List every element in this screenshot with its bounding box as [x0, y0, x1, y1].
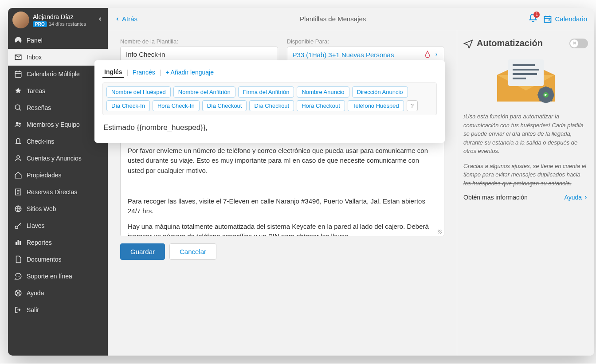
sidebar-item-reports[interactable]: Reportes [8, 234, 108, 251]
automation-toggle[interactable]: ✕ [569, 39, 588, 48]
sidebar-item-label: Llaves [27, 222, 44, 229]
sidebar-item-label: Propiedades [27, 172, 62, 179]
sidebar-item-label: Tareas [27, 87, 45, 94]
collapse-sidebar-icon[interactable] [97, 16, 103, 24]
svg-point-3 [19, 123, 21, 125]
header: Atrás Plantillas de Mensajes 1 Calendari… [108, 8, 594, 30]
chip-checkin-time[interactable]: Hora Check-In [153, 100, 200, 111]
calendar-label: Calendario [555, 15, 587, 23]
body-para: Hay una máquina totalmente automatizada … [128, 222, 437, 237]
chevron-right-icon [434, 52, 439, 57]
page-title: Plantillas de Mensajes [137, 15, 528, 23]
automation-info-2: Gracias a algunos ajustes, se tiene en c… [463, 162, 588, 188]
svg-rect-8 [16, 242, 17, 246]
user-name: Alejandra Díaz [33, 13, 94, 20]
svg-point-17 [549, 19, 550, 20]
svg-point-12 [18, 276, 19, 277]
back-button[interactable]: Atrás [115, 15, 137, 23]
template-name-input[interactable]: Info Check-in [120, 47, 278, 62]
sidebar: Alejandra Díaz PRO 14 días restantes Pan… [8, 8, 108, 356]
svg-point-2 [16, 122, 19, 125]
sidebar-item-label: Calendario Múltiple [27, 70, 80, 78]
tab-english[interactable]: Inglés [102, 67, 124, 78]
chip-checkout-time[interactable]: Hora Checkout [297, 100, 345, 111]
svg-rect-0 [15, 71, 21, 78]
sidebar-item-label: Sitios Web [27, 205, 56, 212]
body-para: Por favor envíeme un número de teléfono … [128, 146, 437, 176]
sidebar-item-label: Documentos [27, 256, 62, 263]
user-block: Alejandra Díaz PRO 14 días restantes [8, 8, 108, 32]
chip-checkout-day[interactable]: Día Checkout [202, 100, 247, 111]
tab-french[interactable]: Francés [131, 67, 157, 78]
tab-add-language[interactable]: + Añadir lenguaje [164, 67, 216, 78]
chip-host-signature[interactable]: Firma del Anfitrión [238, 86, 294, 98]
sidebar-item-label: Reportes [27, 239, 52, 246]
avatar[interactable] [12, 12, 29, 28]
template-name-label: Nombre de la Plantilla: [120, 38, 278, 45]
chevron-right-icon [584, 195, 588, 200]
sidebar-item-multicalendar[interactable]: Calendario Múltiple [8, 66, 108, 82]
sidebar-item-label: Inbox [27, 54, 42, 61]
pro-badge: PRO [33, 21, 47, 27]
cancel-button[interactable]: Cancelar [169, 243, 216, 260]
sidebar-item-documents[interactable]: Documentos [8, 251, 108, 268]
sidebar-item-reviews[interactable]: Reseñas [8, 99, 108, 116]
notification-badge: 1 [533, 12, 540, 18]
chip-help[interactable]: ? [407, 100, 418, 111]
sidebar-item-label: Salir [27, 306, 39, 313]
sidebar-item-help[interactable]: Ayuda [8, 285, 108, 301]
svg-rect-18 [508, 59, 544, 86]
sidebar-item-support[interactable]: Soporte en línea [8, 268, 108, 285]
sidebar-item-panel[interactable]: Panel [8, 32, 108, 49]
envelope-illustration [463, 57, 588, 106]
svg-point-11 [16, 276, 17, 277]
calendar-button[interactable]: Calendario [543, 15, 587, 23]
svg-point-7 [15, 226, 18, 229]
more-info-label: Obtén mas información [463, 194, 528, 201]
svg-rect-9 [18, 240, 19, 245]
chip-checkin-day[interactable]: Día Check-In [106, 100, 150, 111]
body-para [128, 181, 437, 191]
chip-checkout-day-2[interactable]: Día Checkout [249, 100, 294, 111]
body-para: Para recoger las llaves, visite el 7-Ele… [128, 196, 437, 216]
user-sub: 14 días restantes [49, 21, 86, 27]
chip-guest-name[interactable]: Nombre del Huésped [106, 86, 171, 98]
svg-point-1 [15, 105, 20, 110]
sidebar-item-label: Reseñas [27, 104, 51, 111]
sidebar-item-checkins[interactable]: Check-ins [8, 133, 108, 150]
sidebar-item-team[interactable]: Miembros y Equipo [8, 116, 108, 133]
sidebar-item-inbox[interactable]: Inbox [8, 49, 108, 66]
back-label: Atrás [122, 15, 137, 23]
svg-point-13 [19, 276, 20, 277]
sidebar-item-label: Reservas Directas [27, 188, 77, 196]
airbnb-icon [423, 51, 431, 59]
sidebar-item-label: Soporte en línea [27, 273, 72, 280]
chip-guest-phone[interactable]: Teléfono Huésped [348, 100, 404, 111]
airplane-icon [463, 39, 473, 48]
save-button[interactable]: Guardar [120, 243, 165, 260]
sidebar-item-properties[interactable]: Propiedades [8, 167, 108, 184]
sidebar-item-label: Panel [27, 37, 43, 44]
message-preview[interactable]: Estimado {{nombre_huesped}}, [102, 121, 437, 134]
chip-listing-name[interactable]: Nombre Anuncio [297, 86, 349, 98]
sidebar-item-accounts[interactable]: Cuentas y Anuncios [8, 150, 108, 167]
resize-handle-icon[interactable] [438, 230, 442, 234]
language-variables-popover: Inglés | Francés | + Añadir lenguaje Nom… [94, 60, 445, 143]
sidebar-item-label: Check-ins [27, 138, 54, 145]
automation-info-1: ¡Usa esta función para automatizar la co… [463, 112, 588, 156]
sidebar-item-logout[interactable]: Salir [8, 301, 108, 318]
notifications-button[interactable]: 1 [528, 13, 538, 25]
svg-point-4 [17, 156, 20, 158]
sidebar-item-label: Cuentas y Anuncios [27, 155, 82, 162]
chip-listing-address[interactable]: Dirección Anuncio [352, 86, 408, 98]
sidebar-item-label: Ayuda [27, 290, 44, 297]
available-for-label: Disponible Para: [287, 38, 445, 45]
sidebar-item-keys[interactable]: Llaves [8, 217, 108, 234]
sidebar-item-directbookings[interactable]: Reservas Directas [8, 184, 108, 200]
sidebar-item-tasks[interactable]: Tareas [8, 82, 108, 99]
automation-panel: Automatización ✕ ¡Usa esta fu [457, 30, 594, 356]
close-icon: ✕ [572, 40, 576, 46]
help-link[interactable]: Ayuda [565, 194, 588, 201]
sidebar-item-websites[interactable]: Sitios Web [8, 200, 108, 217]
chip-host-name[interactable]: Nombre del Anfitrión [173, 86, 235, 98]
